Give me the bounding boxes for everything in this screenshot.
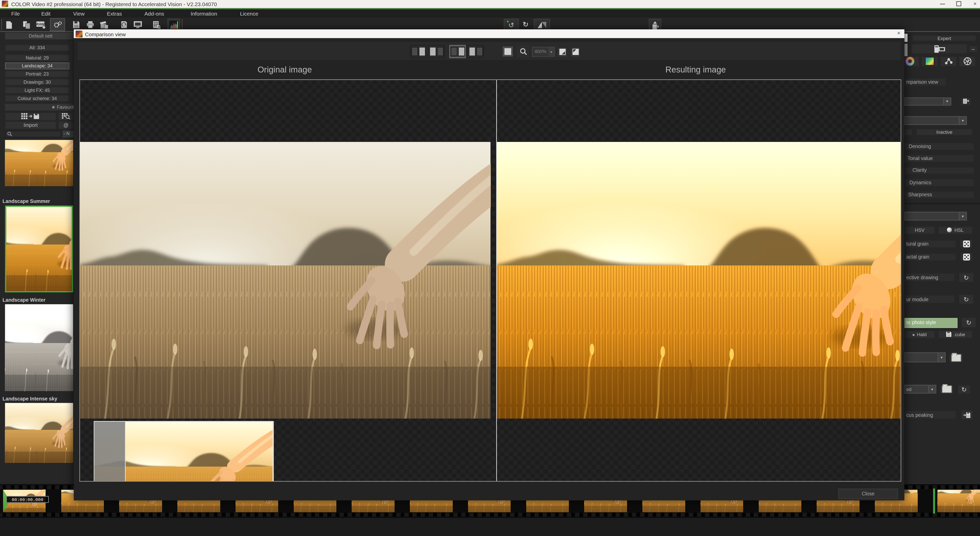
selective-drawing-reset-button[interactable]: ↻ [959,272,974,282]
natural-grain-button[interactable]: tural grain [904,240,956,248]
preset-thumbnail[interactable] [5,140,73,186]
cube-export-button[interactable]: .cube [938,331,973,339]
focus-peaking-button[interactable]: cus peaking [904,410,956,419]
menu-addons[interactable]: Add-ons [145,11,164,17]
fractal-grain-random-button[interactable] [960,253,973,261]
save-icon[interactable] [71,19,81,30]
category-drawings[interactable]: Drawings: 30 [5,79,69,86]
histogram-icon[interactable] [169,19,179,30]
dialog-close-icon[interactable]: × [895,31,902,37]
node-graph-tab[interactable] [940,56,957,67]
print-icon[interactable] [85,19,95,30]
section-clarity[interactable]: Clarity [904,166,974,174]
preset-search-input[interactable] [5,131,61,137]
monitor-icon[interactable] [132,19,142,30]
film-emulation-button[interactable] [912,44,967,54]
preset-thumbnail-selected[interactable] [5,205,73,292]
import-button[interactable]: Import [5,121,56,129]
zoom-navigator[interactable] [94,421,274,482]
resulting-image-pane[interactable] [497,80,901,481]
section-denoising[interactable]: Denoising [904,142,974,150]
close-button[interactable]: × [970,1,980,7]
magnifier-button[interactable] [517,46,529,58]
fit-to-window-button[interactable] [557,46,568,57]
create-photo-style-button[interactable]: te photo style [904,318,958,328]
archive-button[interactable] [961,97,971,105]
clip-end-marker[interactable] [933,488,935,514]
minimize-button[interactable] [937,1,947,7]
category-portrait[interactable]: Portrait: 23 [5,71,69,78]
colour-space-dropdown[interactable]: ▼ [904,212,967,221]
section-tonal-value[interactable]: Tonal value [904,154,974,162]
default-set-header[interactable]: Default sett [5,32,74,39]
lut-dropdown[interactable]: ▼ [904,352,946,362]
clapper-export-icon[interactable] [99,19,109,30]
compare-mode-right-button[interactable] [428,45,445,58]
category-colourscheme[interactable]: Colour scheme: 34 [5,95,69,102]
category-landscape[interactable]: Landscape: 34 [5,62,69,69]
category-natural[interactable]: Natural: 29 [5,54,69,61]
preset-thumbnail[interactable] [5,403,73,463]
toggle-stub[interactable] [904,128,913,135]
photo-style-reset-button[interactable]: ↻ [961,317,977,328]
hsl-button[interactable]: HSL [938,226,973,234]
favourites-bar[interactable]: ★ Favourit [5,103,74,111]
batch-browser-icon[interactable] [151,19,161,30]
aperture-tab[interactable] [959,56,976,67]
menu-file[interactable]: File [11,11,20,17]
copy-icon[interactable] [21,19,31,30]
grid-search-button[interactable] [58,113,74,121]
expert-button[interactable]: Expert [913,35,977,41]
preset-folder-button[interactable] [939,384,954,394]
timeline-frame[interactable] [937,490,980,512]
redo-icon[interactable]: ↻ [520,19,531,30]
focus-peaking-export-button[interactable] [961,410,973,420]
sort-dropdown[interactable]: - N [62,131,74,137]
restore-button[interactable] [954,1,964,7]
original-size-button[interactable] [570,46,581,57]
new-file-icon[interactable] [4,19,14,30]
fractal-grain-button[interactable]: actal grain [904,253,956,261]
hald-button[interactable]: ▸ Hald [904,331,935,339]
menu-licence[interactable]: Licence [240,11,258,17]
doc-restore-icon[interactable] [119,19,129,30]
collapse-button[interactable]: − [969,46,977,52]
menu-information[interactable]: Information [191,11,217,17]
single-view-button[interactable] [501,46,514,58]
colour-module-button[interactable]: ur module [904,295,955,304]
category-lightfx[interactable]: Light FX: 45 [5,87,69,94]
split-divider[interactable] [496,80,497,482]
compare-mode-sidebyside-button-selected[interactable] [449,45,466,58]
dialog-titlebar[interactable]: Comparison view × [74,29,904,38]
style-dropdown[interactable]: ▼ [904,116,967,125]
menu-edit[interactable]: Edit [41,11,51,17]
section-dynamics[interactable]: Dynamics [904,179,974,186]
preset-file-dropdown[interactable]: ed ▼ [904,385,936,394]
compare-mode-swap-button[interactable] [468,45,484,58]
lut-folder-button[interactable] [949,353,963,363]
menu-extras[interactable]: Extras [107,11,122,17]
preset-dropdown[interactable]: ▼ [904,97,951,105]
menu-view[interactable]: View [73,11,85,17]
panel-edge-tab[interactable] [904,34,907,42]
hsv-button[interactable]: HSV [904,226,935,234]
colour-module-reset-button[interactable]: ↻ [959,294,974,304]
natural-grain-random-button[interactable] [960,239,973,248]
preset-thumbnail[interactable] [5,304,73,391]
gears-icon[interactable] [52,19,62,30]
navigator-view-rect[interactable] [125,421,273,482]
category-all[interactable]: All: 334 [5,45,69,51]
email-button[interactable]: @ [58,121,74,129]
comparison-view-button[interactable]: mparison view [904,78,946,86]
compare-mode-left-button[interactable] [410,45,426,58]
selective-drawing-button[interactable]: ective drawing [904,273,955,282]
dialog-close-button[interactable]: Close [838,488,898,499]
lut-cube-tab[interactable] [921,56,938,67]
preset-reset-button[interactable]: ↻ [958,384,970,394]
section-sharpness[interactable]: Sharpness [904,191,974,199]
raw-settings-icon[interactable]: RAW [36,19,46,30]
inactive-button[interactable]: Inactive [916,128,972,135]
dialog-zoom-dropdown[interactable]: 400% ▼ [532,46,555,56]
export-grid-button[interactable] [5,113,56,121]
colour-wheel-tab[interactable] [904,56,920,67]
